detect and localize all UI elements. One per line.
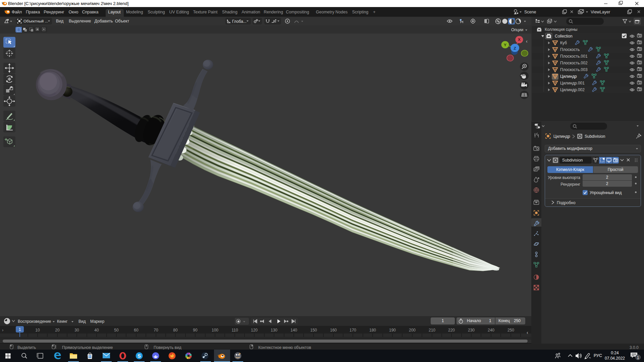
svg-text:40: 40 bbox=[94, 328, 99, 333]
svg-text:150: 150 bbox=[310, 328, 317, 333]
svg-text:90: 90 bbox=[193, 328, 198, 333]
svg-text:Плоскость.002: Плоскость.002 bbox=[560, 61, 588, 65]
svg-text:Плоскость.003: Плоскость.003 bbox=[560, 67, 588, 72]
svg-text:Y: Y bbox=[504, 43, 506, 47]
svg-text:160: 160 bbox=[330, 328, 337, 333]
svg-text:50: 50 bbox=[114, 328, 119, 333]
svg-text:230: 230 bbox=[468, 328, 475, 333]
svg-text:Collection: Collection bbox=[555, 34, 573, 39]
svg-text:180: 180 bbox=[369, 328, 376, 333]
svg-text:130: 130 bbox=[271, 328, 277, 333]
svg-text:Плоскость: Плоскость bbox=[560, 47, 580, 52]
svg-text:30: 30 bbox=[74, 328, 79, 333]
svg-text:20: 20 bbox=[55, 328, 60, 333]
svg-text:Цилиндр: Цилиндр bbox=[560, 74, 577, 79]
svg-text:10: 10 bbox=[35, 328, 40, 333]
svg-text:1: 1 bbox=[637, 355, 639, 360]
svg-text:Коллекция сцены: Коллекция сцены bbox=[545, 27, 577, 32]
svg-text:220: 220 bbox=[448, 328, 455, 333]
svg-text:›: › bbox=[2, 327, 3, 333]
svg-text:140: 140 bbox=[290, 328, 297, 333]
svg-text:70: 70 bbox=[154, 328, 158, 333]
svg-text:190: 190 bbox=[389, 328, 396, 333]
svg-text:1: 1 bbox=[19, 327, 21, 332]
svg-text:X: X bbox=[518, 38, 521, 42]
svg-text:Плоскость.001: Плоскость.001 bbox=[560, 54, 588, 59]
svg-text:240: 240 bbox=[488, 328, 494, 333]
svg-text:110: 110 bbox=[231, 328, 238, 333]
svg-text:80: 80 bbox=[173, 328, 178, 333]
svg-text:Цилиндр.001: Цилиндр.001 bbox=[560, 81, 585, 85]
svg-text:100: 100 bbox=[212, 328, 218, 333]
svg-text:S: S bbox=[138, 353, 141, 359]
svg-text:120: 120 bbox=[251, 328, 258, 333]
svg-text:250: 250 bbox=[507, 328, 514, 333]
svg-text:210: 210 bbox=[429, 328, 435, 333]
svg-text:60: 60 bbox=[134, 328, 139, 333]
svg-text:Цилиндр.002: Цилиндр.002 bbox=[560, 87, 585, 92]
svg-text:Куб: Куб bbox=[560, 41, 567, 45]
svg-text:Z: Z bbox=[514, 46, 516, 51]
svg-text:200: 200 bbox=[409, 328, 416, 333]
svg-text:170: 170 bbox=[350, 328, 356, 333]
